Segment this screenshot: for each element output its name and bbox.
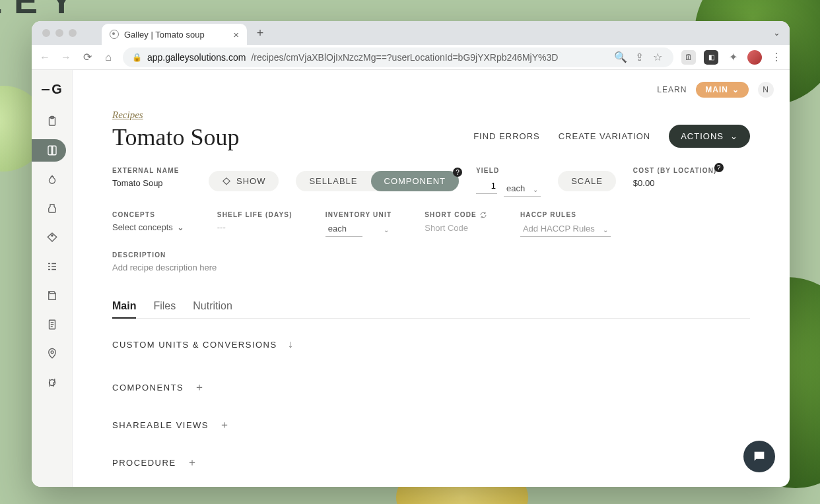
lock-icon: 🔒 [132,53,142,62]
url-input[interactable]: 🔒 app.galleysolutions.com/recipes/cmVjaX… [123,47,673,67]
address-bar: ← → ⟳ ⌂ 🔒 app.galleysolutions.com/recipe… [32,45,790,70]
sidebar-item-locations[interactable] [32,342,66,365]
component-toggle[interactable]: COMPONENT [371,171,460,191]
concepts-value: Select concepts [112,222,173,232]
sidebar-item-documents[interactable] [32,313,66,336]
tab-title: Galley | Tomato soup [124,30,205,40]
concepts-select[interactable]: Select concepts ⌄ [112,222,184,232]
show-label: SHOW [236,176,265,186]
kebab-menu-icon[interactable]: ⋮ [770,51,783,63]
description-input[interactable]: Add recipe description here [112,263,750,272]
description-label: DESCRIPTION [112,251,750,259]
sidebar-item-menus[interactable] [32,371,66,394]
refresh-icon[interactable] [479,211,487,219]
share-icon[interactable]: ⇪ [632,51,646,63]
shelf-life-value[interactable]: --- [217,222,292,232]
page-title: Tomato Soup [112,123,239,151]
sidebar-item-lists[interactable] [32,255,66,278]
browser-tab[interactable]: Galley | Tomato soup × [102,24,247,45]
chevron-down-icon: ⌄ [732,85,739,94]
external-name-value[interactable]: Tomato Soup [112,178,191,188]
actions-label: ACTIONS [681,131,724,141]
sidebar-item-recipes[interactable] [32,139,66,162]
create-variation-link[interactable]: CREATE VARIATION [559,131,651,141]
section-custom-units[interactable]: CUSTOM UNITS & CONVERSIONS ↓ [112,338,750,350]
find-errors-link[interactable]: FIND ERRORS [473,131,540,141]
sellable-toggle[interactable]: SELLABLE [296,171,370,191]
location-pill[interactable]: MAIN ⌄ [696,82,749,98]
home-icon[interactable]: ⌂ [102,51,115,63]
cost-value: $0.00 [633,178,717,188]
breadcrumb[interactable]: Recipes [112,110,143,121]
browser-window: Galley | Tomato soup × + ⌄ ← → ⟳ ⌂ 🔒 app… [32,21,790,487]
arrow-down-icon: ↓ [288,338,294,350]
tab-main[interactable]: Main [112,295,136,319]
main-content: LEARN MAIN ⌄ N Recipes Tomato Soup FIND … [73,70,790,487]
help-icon[interactable]: ? [714,163,724,172]
section-components[interactable]: COMPONENTS ＋ [112,381,750,394]
short-code-label: SHORT CODE [425,211,487,219]
sidebar-item-clipboard[interactable] [32,110,66,133]
actions-button[interactable]: ACTIONS ⌄ [669,125,750,148]
chat-icon [752,449,767,464]
plus-icon[interactable]: ＋ [187,456,199,470]
scale-button[interactable]: SCALE [558,171,616,191]
search-icon[interactable]: 🔍 [614,51,627,63]
cost-label: COST (BY LOCATION) [633,167,717,174]
sidebar-item-vendors[interactable] [32,197,66,220]
section-procedure[interactable]: PROCEDURE ＋ [112,456,750,470]
app-logo[interactable]: G [42,82,62,97]
back-icon[interactable]: ← [38,51,51,63]
favicon-icon [110,30,119,39]
window-controls[interactable] [37,29,82,37]
chevron-down-icon: ⌄ [533,186,538,193]
close-tab-icon[interactable]: × [233,30,239,40]
short-code-input[interactable]: Short Code [425,223,487,233]
new-tab-button[interactable]: + [251,24,269,42]
tab-files[interactable]: Files [153,295,176,318]
chat-launcher[interactable] [743,441,775,472]
scale-label: SCALE [571,176,603,186]
section-shareable-views[interactable]: SHAREABLE VIEWS ＋ [112,418,750,432]
tabs-menu-icon[interactable]: ⌄ [773,28,780,38]
reload-icon[interactable]: ⟳ [81,51,94,63]
haccp-select[interactable]: Add HACCP Rules [520,221,611,237]
tab-nutrition[interactable]: Nutrition [193,295,232,318]
chevron-down-icon: ⌄ [603,226,608,234]
location-label: MAIN [705,85,728,94]
extension-icon[interactable]: 🗓 [681,50,696,65]
content-tabs: Main Files Nutrition [112,295,750,319]
external-name-label: EXTERNAL NAME [112,167,191,174]
svg-point-2 [51,235,52,236]
profile-avatar-icon[interactable] [747,50,762,65]
type-toggle: SELLABLE COMPONENT ? [296,171,459,191]
shelf-life-label: SHELF LIFE (DAYS) [217,211,292,218]
section-label: SHAREABLE VIEWS [112,420,209,430]
inventory-unit-select[interactable]: each [325,221,362,237]
sidebar-item-ingredients[interactable] [32,168,66,191]
sidebar-item-tags[interactable] [32,226,66,249]
yield-label: YIELD [476,167,541,174]
help-icon[interactable]: ? [453,168,462,177]
concepts-label: CONCEPTS [112,211,184,218]
learn-link[interactable]: LEARN [657,85,687,94]
component-label: COMPONENT [384,176,446,186]
section-label: PROCEDURE [112,458,176,468]
user-avatar[interactable]: N [758,82,774,98]
chevron-down-icon: ⌄ [384,226,389,234]
plus-icon[interactable]: ＋ [219,418,231,432]
show-toggle[interactable]: SHOW [209,171,279,191]
plus-icon[interactable]: ＋ [194,381,206,394]
extension-icon[interactable]: ◧ [704,50,718,65]
sellable-label: SELLABLE [309,176,357,186]
url-host: app.galleysolutions.com [147,52,246,63]
section-label: COMPONENTS [112,383,184,393]
extensions-icon[interactable]: ✦ [726,51,739,63]
sidebar-item-orders[interactable] [32,284,66,307]
forward-icon[interactable]: → [59,51,73,63]
url-path: /recipes/cmVjaXBlOjIxNzczMg==?userLocati… [251,52,558,63]
yield-input[interactable] [476,178,497,194]
star-icon[interactable]: ☆ [651,51,664,63]
haccp-label: HACCP RULES [520,211,611,218]
svg-point-4 [51,351,53,354]
